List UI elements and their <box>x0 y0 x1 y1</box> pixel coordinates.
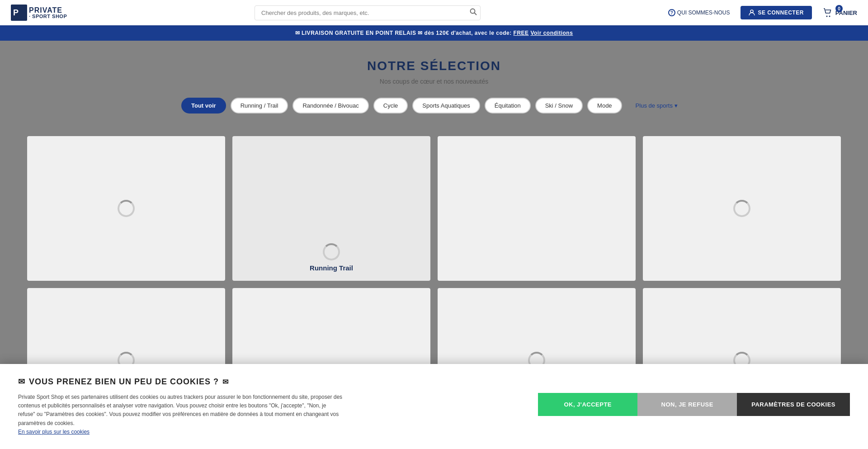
cookie-title: ✉ VOUS PRENEZ BIEN UN PEU DE COOKIES ? ✉ <box>18 377 850 387</box>
cart-icon <box>823 8 833 18</box>
cookie-body: Private Sport Shop et ses partenaires ut… <box>18 393 850 436</box>
promo-middle: dès 120€ d'achat, avec le code: <box>425 30 514 36</box>
cookie-title-icon: ✉ <box>222 378 229 386</box>
filter-running-trail[interactable]: Running / Trail <box>231 98 288 113</box>
cookie-banner: ✉ VOUS PRENEZ BIEN UN PEU DE COOKIES ? ✉… <box>0 364 868 449</box>
logo-private-text: PRIVATE <box>29 7 67 14</box>
search-input[interactable] <box>255 5 481 20</box>
filter-randonnee-bivouac[interactable]: Randonnée / Bivouac <box>292 98 368 113</box>
filter-cycle[interactable]: Cycle <box>373 98 408 113</box>
cookie-buttons: OK, J'ACCEPTE NON, JE REFUSE PARAMÈTRES … <box>538 393 850 416</box>
filter-equitation[interactable]: Équitation <box>485 98 531 113</box>
header: P PRIVATE · SPORT SHOP ? QUI SOMMES-NOUS <box>0 0 868 25</box>
promo-banner: ✉ LIVRAISON GRATUITE EN POINT RELAIS ✉ d… <box>0 25 868 41</box>
selection-section: NOTRE SÉLECTION Nos coups de cœur et nos… <box>0 41 868 136</box>
filter-row: Tout voir Running / Trail Randonnée / Bi… <box>9 98 859 113</box>
product-card-label: Running Trail <box>310 264 353 272</box>
cookie-params-button[interactable]: PARAMÈTRES DE COOKIES <box>737 393 850 416</box>
header-right: ? QUI SOMMES-NOUS SE CONNECTER 0 PANIER <box>668 6 857 19</box>
filter-mode[interactable]: Mode <box>587 98 622 113</box>
loading-spinner <box>118 200 135 217</box>
cookie-icon: ✉ <box>18 377 25 387</box>
product-card[interactable] <box>438 136 636 281</box>
svg-text:P: P <box>13 8 19 17</box>
cookie-accept-button[interactable]: OK, J'ACCEPTE <box>538 393 637 416</box>
promo-conditions-link[interactable]: Voir conditions <box>530 30 573 36</box>
svg-line-3 <box>475 13 477 15</box>
svg-point-2 <box>471 9 475 14</box>
svg-point-4 <box>750 10 753 13</box>
loading-spinner <box>733 200 750 217</box>
selection-subtitle: Nos coups de cœur et nos nouveautés <box>9 78 859 85</box>
qui-sommes-nous-link[interactable]: ? QUI SOMMES-NOUS <box>668 9 730 16</box>
filter-sports-aquatiques[interactable]: Sports Aquatiques <box>412 98 480 113</box>
logo-sport-shop-text: · SPORT SHOP <box>29 14 67 19</box>
panier-badge: 0 <box>835 5 843 12</box>
filter-tout-voir[interactable]: Tout voir <box>181 98 226 113</box>
user-icon <box>749 9 755 16</box>
info-icon: ? <box>668 9 675 16</box>
search-button[interactable] <box>470 8 477 17</box>
search-area <box>255 5 481 20</box>
loading-spinner <box>323 243 340 260</box>
qui-sommes-nous-label: QUI SOMMES-NOUS <box>677 9 730 16</box>
filter-plus-de-sports[interactable]: Plus de sports ▾ <box>627 99 687 113</box>
cookie-learn-more-link[interactable]: En savoir plus sur les cookies <box>18 429 90 435</box>
product-card[interactable] <box>643 136 841 281</box>
se-connecter-button[interactable]: SE CONNECTER <box>741 6 811 19</box>
promo-conditions-label: Voir conditions <box>530 30 573 36</box>
logo-icon: P <box>11 5 27 21</box>
product-card-trail[interactable]: Running Trail <box>232 136 430 281</box>
se-connecter-label: SE CONNECTER <box>758 9 803 16</box>
svg-point-5 <box>826 16 827 17</box>
promo-code: FREE <box>514 30 529 36</box>
logo[interactable]: P PRIVATE · SPORT SHOP <box>11 5 67 21</box>
panier-area[interactable]: 0 PANIER <box>823 8 857 18</box>
cookie-learn-more-label: En savoir plus sur les cookies <box>18 429 90 435</box>
selection-title: NOTRE SÉLECTION <box>9 59 859 73</box>
cookie-title-text: VOUS PRENEZ BIEN UN PEU DE COOKIES ? <box>29 377 219 387</box>
svg-point-6 <box>829 16 830 17</box>
product-card[interactable] <box>27 136 225 281</box>
promo-prefix: ✉ LIVRAISON GRATUITE EN POINT RELAIS ✉ <box>295 30 423 36</box>
cookie-body-text: Private Sport Shop et ses partenaires ut… <box>18 394 342 426</box>
search-icon <box>470 8 477 15</box>
cookie-text-block: Private Sport Shop et ses partenaires ut… <box>18 393 344 436</box>
chevron-down-icon: ▾ <box>675 102 678 109</box>
cookie-refuse-button[interactable]: NON, JE REFUSE <box>637 393 737 416</box>
filter-ski-snow[interactable]: Ski / Snow <box>535 98 583 113</box>
